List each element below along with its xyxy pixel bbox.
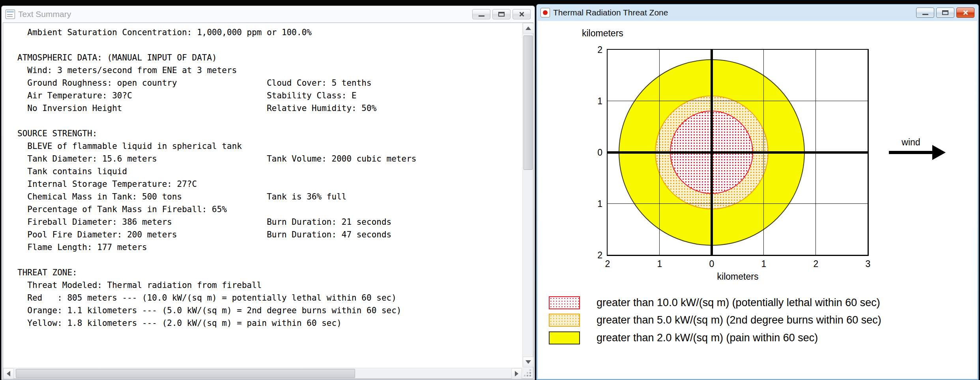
legend-text-yellow: greater than 2.0 kW/(sq m) (pain within … <box>597 332 818 344</box>
caption-buttons <box>914 8 974 18</box>
resize-grip-icon[interactable] <box>529 375 531 376</box>
text-line: Flame Length: 177 meters <box>17 241 522 254</box>
text-summary-client-area: Ambient Saturation Concentration: 1,000,… <box>3 23 533 379</box>
close-button[interactable] <box>512 9 531 19</box>
scroll-left-button[interactable] <box>3 368 14 379</box>
yellow-zone-swatch <box>549 331 580 344</box>
x-tick-label: 0 <box>703 258 720 269</box>
minimize-button[interactable] <box>916 8 934 18</box>
text-line: Ground Roughness: open country Cloud Cov… <box>17 77 522 89</box>
horizontal-scrollbar-thumb[interactable] <box>16 369 355 378</box>
text-summary-titlebar[interactable]: Text Summary <box>2 6 535 23</box>
text-summary-content[interactable]: Ambient Saturation Concentration: 1,000,… <box>3 23 522 367</box>
y-tick-label: 2 <box>580 44 602 55</box>
close-icon <box>962 9 969 16</box>
legend-row-orange: greater than 5.0 kW/(sq m) (2nd degree b… <box>549 313 881 327</box>
wind-label: wind <box>889 137 933 148</box>
text-line <box>17 115 522 127</box>
scroll-down-button[interactable] <box>523 357 533 367</box>
text-line: THREAT ZONE: <box>17 266 522 279</box>
arrow-right-icon <box>515 371 518 376</box>
caption-buttons <box>470 9 531 19</box>
text-line: Chemical Mass in Tank: 500 tons Tank is … <box>17 190 522 203</box>
text-line: Air Temperature: 30?C Stability Class: E <box>17 89 522 102</box>
text-line <box>17 254 522 266</box>
threat-zone-client-area: kilometers 2 1 0 1 2 2 1 0 1 2 3 kilomet… <box>538 21 977 379</box>
text-line: Ambient Saturation Concentration: 1,000,… <box>17 26 522 39</box>
text-line: ATMOSPHERIC DATA: (MANUAL INPUT OF DATA) <box>17 51 522 64</box>
text-line: Tank contains liquid <box>17 165 522 178</box>
text-line: Tank Diameter: 15.6 meters Tank Volume: … <box>17 152 522 165</box>
text-line: SOURCE STRENGTH: <box>17 127 522 140</box>
y-axis-title: kilometers <box>582 28 623 39</box>
vertical-scrollbar-thumb[interactable] <box>524 36 533 170</box>
legend-text-red: greater than 10.0 kW/(sq m) (potentially… <box>597 297 880 309</box>
threat-zone-titlebar[interactable]: Thermal Radiation Threat Zone <box>537 4 978 21</box>
text-line: Orange: 1.1 kilometers --- (5.0 kW/(sq m… <box>17 304 522 317</box>
document-icon <box>6 9 15 19</box>
x-tick-label: 2 <box>599 258 616 269</box>
close-button[interactable] <box>956 8 974 18</box>
x-tick-label: 1 <box>651 258 668 269</box>
text-line: Percentage of Tank Mass in Fireball: 65% <box>17 203 522 216</box>
scrollbar-corner <box>522 367 533 378</box>
maximize-icon <box>498 12 505 17</box>
y-tick-label: 0 <box>580 147 602 158</box>
text-summary-window: Text Summary Ambient Saturation Concentr… <box>1 6 535 380</box>
minimize-button[interactable] <box>472 9 490 19</box>
text-line: Internal Storage Temperature: 27?C <box>17 178 522 190</box>
scroll-right-button[interactable] <box>511 368 522 379</box>
x-axis-title: kilometers <box>683 271 793 282</box>
text-line: Threat Modeled: Thermal radiation from f… <box>17 279 522 292</box>
legend-text-orange: greater than 5.0 kW/(sq m) (2nd degree b… <box>597 314 881 326</box>
scroll-up-button[interactable] <box>523 23 533 34</box>
y-tick-label: 1 <box>580 96 602 107</box>
arrow-left-icon <box>7 371 10 376</box>
text-line: Wind: 3 meters/second from ENE at 3 mete… <box>17 64 522 77</box>
minimize-icon <box>479 15 484 17</box>
legend-row-red: greater than 10.0 kW/(sq m) (potentially… <box>549 295 880 310</box>
maximize-icon <box>942 10 948 15</box>
wind-arrowhead-icon <box>932 145 946 160</box>
threat-zone-plot <box>607 49 869 256</box>
y-tick-label: 1 <box>580 198 602 209</box>
app-icon <box>540 8 550 17</box>
close-icon <box>518 11 525 17</box>
x-axis-line <box>608 151 868 154</box>
minimize-icon <box>922 14 928 15</box>
orange-zone-swatch <box>549 314 580 327</box>
text-line: Red : 805 meters --- (10.0 kW/(sq m) = p… <box>17 292 522 304</box>
text-line: No Inversion Height Relative Humidity: 5… <box>17 102 522 115</box>
maximize-button[interactable] <box>492 9 511 19</box>
text-line: Pool Fire Diameter: 200 meters Burn Dura… <box>17 228 522 241</box>
arrow-down-icon <box>526 360 531 364</box>
text-line: Yellow: 1.8 kilometers --- (2.0 kW/(sq m… <box>17 317 522 329</box>
vertical-scrollbar[interactable] <box>522 23 533 367</box>
wind-arrow-icon <box>889 151 933 154</box>
text-line <box>17 39 522 51</box>
text-line: Fireball Diameter: 386 meters Burn Durat… <box>17 216 522 228</box>
maximize-button[interactable] <box>936 8 954 18</box>
red-zone-swatch <box>549 296 580 309</box>
x-tick-label: 1 <box>755 258 772 269</box>
x-tick-label: 2 <box>807 258 825 269</box>
threat-zone-window: Thermal Radiation Threat Zone kilometers… <box>536 4 979 380</box>
arrow-up-icon <box>526 26 531 30</box>
window-title: Thermal Radiation Threat Zone <box>553 8 668 17</box>
window-title: Text Summary <box>18 9 71 19</box>
horizontal-scrollbar[interactable] <box>3 368 522 378</box>
legend-row-yellow: greater than 2.0 kW/(sq m) (pain within … <box>549 331 818 345</box>
text-line: BLEVE of flammable liquid in spherical t… <box>17 140 522 152</box>
x-tick-label: 3 <box>859 258 877 269</box>
